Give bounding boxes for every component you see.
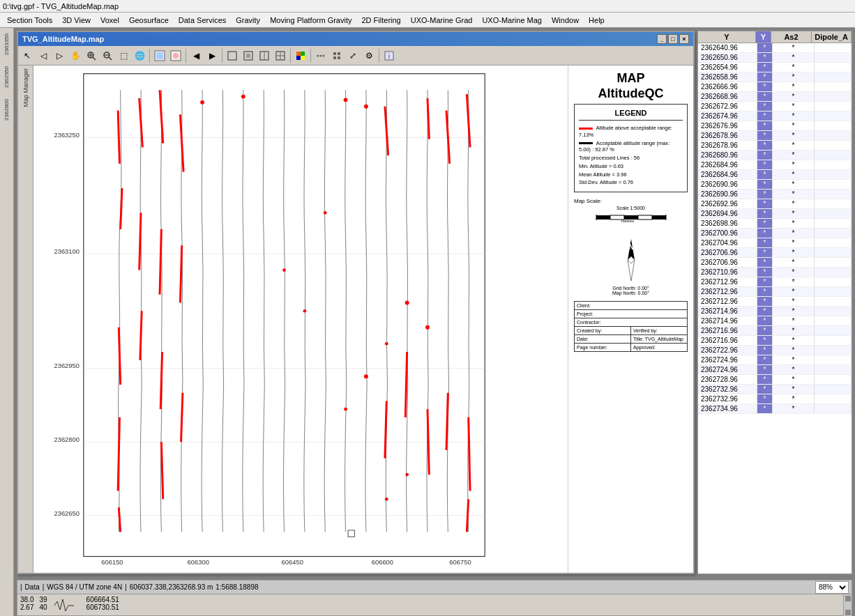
map-canvas-area[interactable]: 2363250 2363100 2362950 2362800 2362650 … [33, 66, 568, 573]
cell-y2: * [757, 92, 773, 101]
cell-as2: * [773, 229, 815, 238]
frame-button-3[interactable] [257, 48, 272, 63]
table-row[interactable]: 2362714.96 * * [698, 316, 852, 326]
menu-item-voxel[interactable]: Voxel [96, 15, 123, 26]
cell-y: 2362714.96 [698, 316, 757, 325]
table-row[interactable]: 2362678.96 * * [698, 131, 852, 141]
svg-text:606300: 606300 [188, 558, 209, 566]
footer-created-row: Created by: Verified by: [575, 327, 687, 335]
forward-button[interactable]: ▷ [52, 48, 67, 63]
table-row[interactable]: 2362706.96 * * [698, 248, 852, 258]
next-page-button[interactable]: ▶ [204, 48, 220, 63]
cell-y2: * [757, 404, 773, 413]
table-row[interactable]: 2362716.96 * * [698, 326, 852, 336]
prev-page-button[interactable]: ◀ [188, 48, 204, 63]
export-button-1[interactable] [152, 48, 167, 63]
maximize-button[interactable]: □ [668, 34, 678, 44]
table-row[interactable]: 2362678.96 * * [698, 141, 852, 151]
zoom-rect-button[interactable]: ⬚ [116, 48, 131, 63]
export-button-2[interactable] [168, 48, 183, 63]
table-row[interactable]: 2362724.96 * * [698, 365, 852, 375]
frame-button-2[interactable] [241, 48, 256, 63]
table-row[interactable]: 2362684.96 * * [698, 160, 852, 170]
menu-item-moving-platform-gravity[interactable]: Moving Platform Gravity [266, 15, 356, 26]
menu-item-geosurface[interactable]: Geosurface [125, 15, 173, 26]
zoom-in-button[interactable] [84, 48, 99, 63]
menu-item-window[interactable]: Window [547, 15, 583, 26]
table-row[interactable]: 2362654.96 * * [698, 63, 852, 72]
table-row[interactable]: 2362680.96 * * [698, 151, 852, 160]
table-row[interactable]: 2362684.96 * * [698, 170, 852, 180]
table-row[interactable]: 2362658.96 * * [698, 72, 852, 82]
cell-dipole [815, 258, 852, 267]
pointer-tool-button[interactable]: ↖ [20, 48, 35, 63]
table-row[interactable]: 2362732.96 * * [698, 394, 852, 404]
table-row[interactable]: 2362690.96 * * [698, 190, 852, 199]
table-row[interactable]: 2362712.96 * * [698, 287, 852, 297]
table-row[interactable]: 2362676.96 * * [698, 121, 852, 131]
data-table-body[interactable]: 2362640.96 * * 2362650.96 * * 2362654.96… [698, 43, 852, 573]
back-button[interactable]: ◁ [36, 48, 51, 63]
table-row[interactable]: 2362710.96 * * [698, 268, 852, 277]
table-row[interactable]: 2362704.96 * * [698, 238, 852, 248]
menu-item-help[interactable]: Help [584, 15, 609, 26]
cell-y: 2362724.96 [698, 355, 757, 364]
cell-as2: * [773, 111, 815, 121]
table-row[interactable]: 2362668.96 * * [698, 92, 852, 102]
table-row[interactable]: 2362722.96 * * [698, 346, 852, 355]
table-row[interactable]: 2362706.96 * * [698, 258, 852, 268]
table-row[interactable]: 2362650.96 * * [698, 53, 852, 63]
table-row[interactable]: 2362734.96 * * [698, 404, 852, 414]
color-button[interactable] [293, 48, 308, 63]
menu-item-uxo-marine-mag[interactable]: UXO-Marine Mag [478, 15, 546, 26]
cell-as2: * [773, 180, 815, 189]
minimize-button[interactable]: _ [657, 34, 667, 44]
menu-item-uxo-marine-grad[interactable]: UXO-Marine Grad [407, 15, 477, 26]
zoom-out-button[interactable] [100, 48, 115, 63]
table-row[interactable]: 2362714.96 * * [698, 307, 852, 316]
cell-dipole [815, 238, 852, 247]
table-row[interactable]: 2362694.96 * * [698, 209, 852, 219]
menu-item-3d-view[interactable]: 3D View [58, 15, 95, 26]
table-row[interactable]: 2362728.96 * * [698, 375, 852, 385]
cell-dipole [815, 336, 852, 345]
cell-y: 2362678.96 [698, 141, 757, 150]
table-row[interactable]: 2362698.96 * * [698, 219, 852, 229]
menu-item-gravity[interactable]: Gravity [232, 15, 264, 26]
settings-button[interactable]: ⚙ [361, 48, 377, 63]
dots-button-1[interactable] [313, 48, 328, 63]
cell-y: 2362684.96 [698, 170, 757, 179]
cell-y2: * [757, 316, 773, 325]
globe-button[interactable]: 🌐 [132, 48, 147, 63]
move-button[interactable]: ⤢ [345, 48, 361, 63]
zoom-select[interactable]: 88% 100% 75% 50% [815, 581, 849, 594]
cell-y2: * [757, 355, 773, 364]
table-row[interactable]: 2362712.96 * * [698, 277, 852, 287]
menu-item-2d-filtering[interactable]: 2D Filtering [358, 15, 405, 26]
table-row[interactable]: 2362700.96 * * [698, 229, 852, 238]
table-row[interactable]: 2362724.96 * * [698, 355, 852, 365]
svg-text:606450: 606450 [282, 558, 303, 566]
table-row[interactable]: 2362674.96 * * [698, 111, 852, 121]
bottom-data-col-3: 606664.51 606730.51 [86, 596, 119, 611]
menu-item-data-services[interactable]: Data Services [174, 15, 230, 26]
close-button[interactable]: × [679, 34, 689, 44]
cell-dipole [815, 219, 852, 228]
table-row[interactable]: 2362672.96 * * [698, 102, 852, 111]
cell-as2: * [773, 238, 815, 247]
svg-point-78 [303, 309, 307, 313]
pan-button[interactable]: ✋ [68, 48, 83, 63]
table-row[interactable]: 2362712.96 * * [698, 297, 852, 307]
table-row[interactable]: 2362666.96 * * [698, 82, 852, 92]
frame-button-4[interactable] [273, 48, 288, 63]
table-row[interactable]: 2362690.96 * * [698, 180, 852, 190]
table-row[interactable]: 2362732.96 * * [698, 385, 852, 394]
dots-button-2[interactable] [329, 48, 345, 63]
info-button[interactable]: i [381, 48, 397, 63]
table-row[interactable]: 2362692.96 * * [698, 199, 852, 209]
table-row[interactable]: 2362716.96 * * [698, 336, 852, 346]
menu-item-section-tools[interactable]: Section Tools [3, 15, 56, 26]
frame-button-1[interactable] [225, 48, 240, 63]
cell-y: 2362722.96 [698, 346, 757, 355]
table-row[interactable]: 2362640.96 * * [698, 43, 852, 53]
